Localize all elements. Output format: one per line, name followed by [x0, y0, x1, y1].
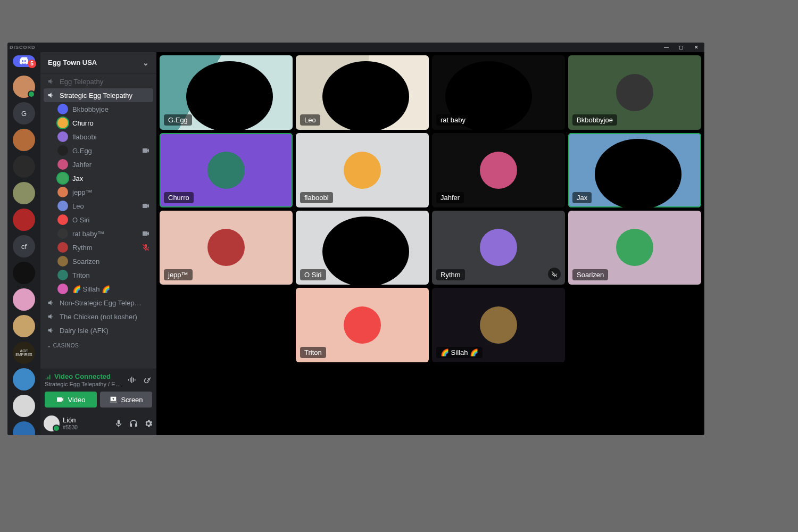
server-button[interactable] [13, 288, 35, 311]
voice-status[interactable]: Video Connected [45, 372, 121, 380]
video-tile[interactable]: Churro [160, 133, 293, 207]
voice-member[interactable]: O Siri [44, 213, 153, 227]
server-button[interactable] [13, 421, 35, 435]
voice-member[interactable]: Jahfer [44, 157, 153, 171]
video-button[interactable]: Video [45, 392, 97, 408]
member-name: G.Egg [72, 147, 92, 155]
video-tile[interactable]: Leo [296, 55, 429, 130]
server-button[interactable] [13, 395, 35, 417]
channel-name: Strategic Egg Telepathy [60, 92, 132, 99]
speaker-icon [47, 91, 55, 99]
member-name: Rythm [72, 244, 93, 252]
noise-suppression-icon[interactable] [127, 375, 136, 385]
video-tile[interactable]: 🌈 Sillah 🌈 [432, 288, 565, 362]
video-tile[interactable]: O Siri [296, 211, 429, 285]
video-tile[interactable]: Jax [568, 133, 701, 207]
server-button[interactable] [13, 262, 35, 284]
voice-channel-current[interactable]: Strategic Egg Telepathy [44, 88, 153, 102]
video-tile[interactable]: Soarizen [568, 211, 701, 285]
member-name: Triton [72, 271, 90, 279]
mic-icon[interactable] [114, 419, 123, 428]
camera-icon [142, 202, 150, 210]
server-button[interactable] [13, 76, 35, 98]
tile-avatar [616, 74, 653, 111]
disconnect-icon[interactable] [143, 375, 152, 385]
member-avatar [57, 242, 68, 253]
member-name: jepp™ [72, 188, 93, 196]
channel-name: Dairy Isle (AFK) [60, 327, 109, 335]
speaker-icon [47, 77, 55, 86]
video-tile[interactable]: Triton [296, 288, 429, 362]
video-tile[interactable]: G.Egg [160, 55, 293, 130]
channel-name: Egg Telepathy [60, 78, 103, 86]
headphones-icon[interactable] [129, 419, 138, 428]
voice-member[interactable]: G.Egg [44, 144, 153, 157]
tile-avatar [344, 152, 381, 189]
voice-channel-above[interactable]: Egg Telepathy [44, 74, 153, 88]
app-window: DISCORD — ▢ ✕ 5 GcfAGE EMPIRES Egg Town … [7, 43, 704, 435]
channel-category[interactable]: ⌄ CASINOS [44, 337, 153, 350]
member-avatar [57, 270, 68, 280]
server-button[interactable]: G [13, 102, 35, 124]
member-avatar [57, 256, 68, 267]
member-avatar [57, 214, 68, 225]
voice-member[interactable]: 🌈 Sillah 🌈 [44, 282, 153, 296]
server-header[interactable]: Egg Town USA ⌄ [40, 52, 156, 73]
member-avatar [57, 159, 68, 170]
video-tile[interactable]: rat baby [432, 55, 565, 130]
video-tile[interactable]: Rythm [432, 211, 565, 285]
voice-member[interactable]: jepp™ [44, 185, 153, 199]
tile-name-tag: jepp™ [164, 269, 193, 280]
voice-member[interactable]: Rythm [44, 240, 153, 254]
user-identity[interactable]: Lión #5530 [63, 417, 78, 430]
server-button[interactable]: cf [13, 235, 35, 257]
redacted-video [322, 61, 409, 130]
server-button[interactable] [13, 368, 35, 390]
voice-member[interactable]: rat baby™ [44, 227, 153, 240]
server-button[interactable] [13, 315, 35, 337]
voice-member[interactable]: Jax [44, 171, 153, 185]
window-minimize-button[interactable]: — [661, 45, 672, 50]
camera-icon [142, 229, 150, 238]
video-tile[interactable]: flaboobi [296, 133, 429, 207]
member-avatar [57, 131, 68, 142]
video-tile[interactable]: Bkbobbyjoe [568, 55, 701, 130]
member-name: 🌈 Sillah 🌈 [72, 285, 110, 293]
voice-status-subtitle: Strategic Egg Telepathy / E… [45, 381, 121, 387]
voice-member[interactable]: Soarizen [44, 254, 153, 268]
screen-share-button[interactable]: Screen [100, 392, 152, 408]
member-name: Bkbobbyjoe [72, 105, 109, 113]
server-button[interactable] [13, 182, 35, 204]
voice-member[interactable]: Bkbobbyjoe [44, 102, 153, 116]
settings-gear-icon[interactable] [144, 419, 153, 428]
voice-member[interactable]: Leo [44, 199, 153, 213]
member-name: O Siri [72, 216, 90, 224]
tile-name-tag: Bkbobbyjoe [572, 114, 617, 126]
server-button[interactable] [13, 129, 35, 151]
window-controls: — ▢ ✕ [661, 45, 702, 50]
chevron-down-icon: ⌄ [47, 343, 53, 348]
user-avatar[interactable] [44, 415, 60, 431]
server-rail: 5 GcfAGE EMPIRES [7, 52, 40, 435]
voice-channel[interactable]: Dairy Isle (AFK) [44, 323, 153, 337]
tile-name-tag: flaboobi [300, 192, 333, 203]
voice-member[interactable]: Triton [44, 268, 153, 282]
video-tile[interactable]: Jahfer [432, 133, 565, 207]
tile-name-tag: rat baby [436, 114, 470, 126]
tile-avatar [207, 152, 245, 189]
app-name: DISCORD [10, 45, 36, 50]
server-button[interactable] [13, 209, 35, 231]
server-button[interactable] [13, 155, 35, 178]
window-maximize-button[interactable]: ▢ [676, 45, 687, 50]
home-server-button[interactable]: 5 [13, 55, 35, 67]
video-tile[interactable]: jepp™ [160, 211, 293, 285]
voice-channel[interactable]: The Chicken (not kosher) [44, 310, 153, 323]
window-close-button[interactable]: ✕ [691, 45, 702, 50]
user-panel: Lión #5530 [40, 412, 156, 435]
voice-member[interactable]: Churro [44, 116, 153, 130]
server-button[interactable]: AGE EMPIRES [13, 342, 35, 364]
voice-channel[interactable]: Non-Strategic Egg Telep… [44, 296, 153, 310]
speaker-icon [47, 298, 55, 307]
voice-member[interactable]: flaboobi [44, 130, 153, 144]
member-name: Soarizen [72, 257, 99, 265]
